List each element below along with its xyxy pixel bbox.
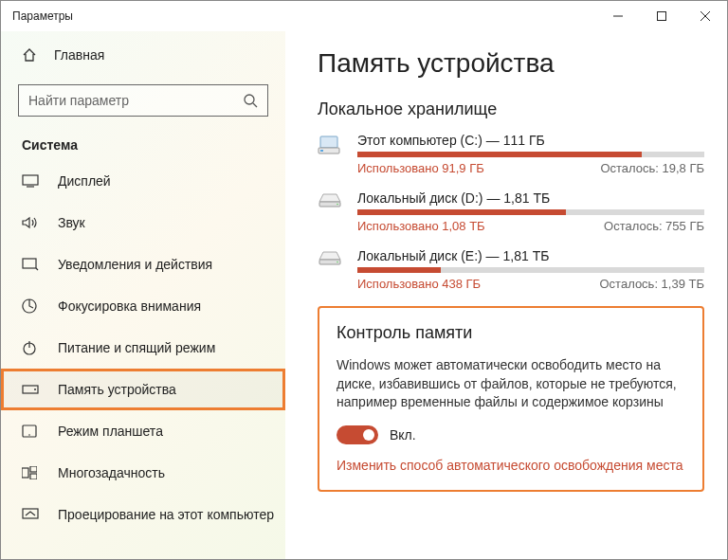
svg-rect-21 xyxy=(320,150,323,152)
storage-sense-desc: Windows может автоматически освободить м… xyxy=(337,356,685,412)
drive-free: Осталось: 755 ГБ xyxy=(604,219,704,233)
close-button[interactable] xyxy=(683,1,727,31)
body: Главная Система Дисплей xyxy=(1,31,727,559)
drive-row[interactable]: Локальный диск (D:) — 1,81 ТБИспользован… xyxy=(318,190,704,233)
storage-sense-title: Контроль памяти xyxy=(337,323,685,343)
svg-point-14 xyxy=(28,434,30,436)
svg-rect-15 xyxy=(22,468,28,478)
sound-icon xyxy=(22,216,39,229)
svg-rect-18 xyxy=(23,509,38,518)
svg-rect-17 xyxy=(30,474,37,479)
sidebar-item-label: Память устройства xyxy=(58,382,176,397)
svg-point-4 xyxy=(245,95,254,104)
sidebar-item-sound[interactable]: Звук xyxy=(1,202,285,244)
focus-icon xyxy=(22,298,39,314)
sidebar-item-focus[interactable]: Фокусировка внимания xyxy=(1,285,285,327)
sidebar-item-power[interactable]: Питание и спящий режим xyxy=(1,327,285,369)
minimize-button[interactable] xyxy=(596,1,640,31)
sidebar-item-display[interactable]: Дисплей xyxy=(1,160,285,202)
sidebar-item-tablet[interactable]: Режим планшета xyxy=(1,410,285,452)
power-icon xyxy=(22,340,39,355)
maximize-button[interactable] xyxy=(640,1,683,31)
svg-point-12 xyxy=(34,388,36,390)
drive-label: Этот компьютер (C:) — 111 ГБ xyxy=(357,133,704,148)
storage-icon xyxy=(22,385,39,394)
svg-line-5 xyxy=(253,103,257,107)
drive-label: Локальный диск (E:) — 1,81 ТБ xyxy=(357,248,704,263)
sidebar-item-label: Многозадачность xyxy=(58,465,165,480)
drive-free: Осталось: 1,39 ТБ xyxy=(600,277,705,291)
drive-icon xyxy=(318,190,346,233)
drive-bar xyxy=(357,152,704,157)
sidebar-item-label: Уведомления и действия xyxy=(58,257,212,272)
sidebar-item-label: Фокусировка внимания xyxy=(58,298,201,314)
home-link[interactable]: Главная xyxy=(1,37,285,73)
sidebar-item-multitasking[interactable]: Многозадачность xyxy=(1,452,285,494)
home-icon xyxy=(22,47,37,63)
svg-rect-16 xyxy=(30,466,37,472)
sidebar-item-storage[interactable]: Память устройства xyxy=(1,369,285,410)
sidebar-item-projecting[interactable]: Проецирование на этот компьютер xyxy=(1,494,285,535)
storage-sense-link[interactable]: Изменить способ автоматического освобожд… xyxy=(337,458,685,473)
display-icon xyxy=(22,174,39,188)
drive-used: Использовано 1,08 ТБ xyxy=(357,219,485,233)
local-storage-title: Локальное хранилище xyxy=(318,99,704,119)
drive-bar xyxy=(357,267,704,273)
svg-point-23 xyxy=(337,204,338,206)
drive-icon xyxy=(318,133,346,175)
main-content: Память устройства Локальное хранилище Эт… xyxy=(285,31,727,559)
projecting-icon xyxy=(22,508,39,521)
drive-free: Осталось: 19,8 ГБ xyxy=(600,161,704,175)
multitasking-icon xyxy=(22,466,39,479)
svg-rect-6 xyxy=(23,175,38,185)
svg-rect-8 xyxy=(23,259,36,268)
svg-rect-19 xyxy=(320,136,337,148)
drive-bar xyxy=(357,209,704,215)
svg-point-25 xyxy=(337,262,338,263)
search-field[interactable] xyxy=(28,93,224,108)
page-title: Память устройства xyxy=(318,48,704,79)
drive-icon xyxy=(318,248,346,291)
svg-rect-1 xyxy=(658,12,666,21)
drive-label: Локальный диск (D:) — 1,81 ТБ xyxy=(357,190,704,206)
sidebar-item-label: Питание и спящий режим xyxy=(58,340,215,355)
tablet-icon xyxy=(22,425,39,438)
search-input[interactable] xyxy=(18,84,268,117)
drive-row[interactable]: Локальный диск (E:) — 1,81 ТБИспользован… xyxy=(318,248,704,291)
notifications-icon xyxy=(22,258,39,271)
toggle-label: Вкл. xyxy=(390,427,416,443)
sidebar: Главная Система Дисплей xyxy=(1,31,285,559)
drive-used: Использовано 91,9 ГБ xyxy=(357,161,484,175)
sidebar-item-label: Звук xyxy=(58,215,85,230)
home-label: Главная xyxy=(54,47,104,63)
storage-sense-box: Контроль памяти Windows может автоматиче… xyxy=(318,306,704,492)
drive-row[interactable]: Этот компьютер (C:) — 111 ГБИспользовано… xyxy=(318,133,704,175)
sidebar-item-label: Дисплей xyxy=(58,173,111,189)
sidebar-item-label: Режим планшета xyxy=(58,424,163,439)
drive-used: Использовано 438 ГБ xyxy=(357,277,481,291)
category-label: Система xyxy=(1,128,285,160)
sidebar-item-label: Проецирование на этот компьютер xyxy=(58,507,274,522)
sidebar-item-notifications[interactable]: Уведомления и действия xyxy=(1,244,285,285)
titlebar: Параметры xyxy=(1,1,727,31)
window-title: Параметры xyxy=(12,9,73,23)
window-controls xyxy=(596,1,727,31)
search-icon xyxy=(243,93,258,108)
storage-sense-toggle[interactable] xyxy=(337,425,378,444)
settings-window: Параметры Главная xyxy=(0,0,728,560)
